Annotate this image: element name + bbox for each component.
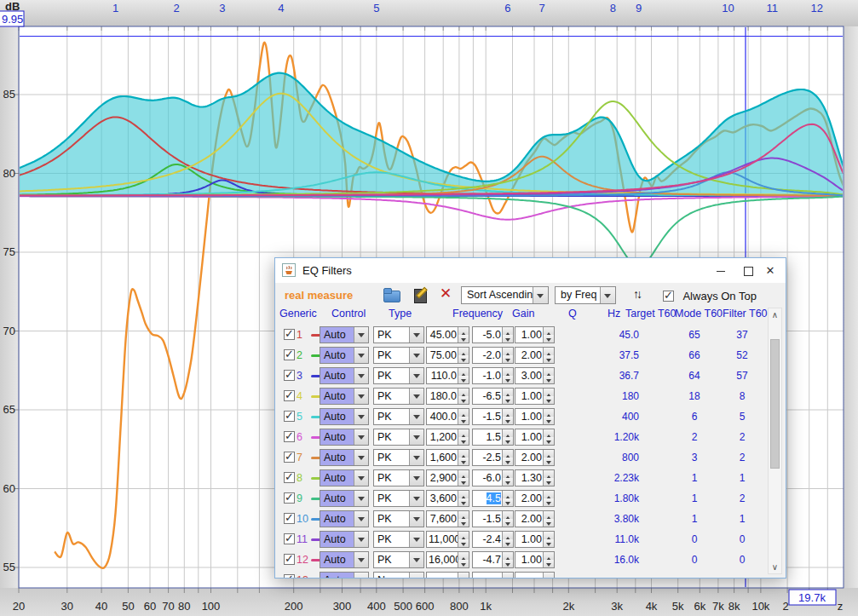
q-spinner[interactable] <box>515 572 555 579</box>
filter-enabled-checkbox[interactable] <box>284 329 295 340</box>
q-spinner[interactable]: 1.00 <box>515 531 555 548</box>
chevron-down-icon[interactable] <box>354 491 368 506</box>
spin-down-icon[interactable] <box>503 539 513 547</box>
spin-down-icon[interactable] <box>503 335 513 343</box>
spin-down-icon[interactable] <box>503 498 513 506</box>
filter-marker-12[interactable]: 12 <box>810 2 822 14</box>
control-mode-combo[interactable]: Auto <box>320 449 369 466</box>
spin-down-icon[interactable] <box>544 458 554 465</box>
chevron-down-icon[interactable] <box>354 532 368 547</box>
q-spinner[interactable]: 1.00 <box>515 326 555 343</box>
filter-type-combo[interactable]: PK <box>373 429 424 446</box>
filter-type-combo[interactable]: PK <box>373 449 424 466</box>
filter-marker-7[interactable]: 7 <box>538 2 544 14</box>
spin-down-icon[interactable] <box>503 519 513 527</box>
chevron-down-icon[interactable] <box>409 450 423 465</box>
filter-type-combo[interactable]: PK <box>373 326 424 343</box>
spin-up-icon[interactable] <box>458 573 469 579</box>
chevron-down-icon[interactable] <box>409 511 423 527</box>
chevron-down-icon[interactable] <box>409 552 423 567</box>
frequency-spinner[interactable]: 400.0 <box>426 408 469 425</box>
q-spinner[interactable]: 2.00 <box>515 510 555 527</box>
filter-marker-5[interactable]: 5 <box>373 2 379 14</box>
spin-down-icon[interactable] <box>458 539 469 547</box>
spin-down-icon[interactable] <box>503 437 513 445</box>
gain-spinner[interactable] <box>472 572 514 579</box>
spin-down-icon[interactable] <box>458 519 469 527</box>
edit-filters-icon[interactable] <box>412 287 429 302</box>
gain-spinner[interactable]: 1.5 <box>472 429 514 446</box>
spin-down-icon[interactable] <box>544 417 554 424</box>
filter-type-combo[interactable]: PK <box>373 490 424 507</box>
spin-down-icon[interactable] <box>458 335 469 343</box>
gain-spinner[interactable]: -2.5 <box>472 449 514 466</box>
control-mode-combo[interactable]: Auto <box>320 326 369 343</box>
filter-type-combo[interactable]: PK <box>373 388 424 405</box>
spin-down-icon[interactable] <box>458 355 469 363</box>
spin-down-icon[interactable] <box>544 396 554 404</box>
chevron-down-icon[interactable] <box>600 287 615 303</box>
close-button[interactable]: ✕ <box>757 258 783 283</box>
gain-spinner[interactable]: -5.0 <box>472 326 514 343</box>
spin-down-icon[interactable] <box>458 478 469 486</box>
scrollbar-thumb[interactable] <box>770 339 780 469</box>
spin-down-icon[interactable] <box>458 396 469 404</box>
chevron-down-icon[interactable] <box>409 573 423 579</box>
chevron-down-icon[interactable] <box>354 511 368 527</box>
dialog-titlebar[interactable]: EQ Filters ✕ <box>275 258 786 283</box>
frequency-spinner[interactable]: 180.0 <box>426 388 469 405</box>
gain-spinner[interactable]: -2.4 <box>472 531 514 548</box>
filter-enabled-checkbox[interactable] <box>284 492 295 504</box>
q-spinner[interactable]: 2.00 <box>515 347 555 364</box>
filter-marker-1[interactable]: 1 <box>112 2 118 14</box>
chevron-down-icon[interactable] <box>354 409 368 424</box>
filter-enabled-checkbox[interactable] <box>284 554 295 565</box>
filter-enabled-checkbox[interactable] <box>284 349 295 360</box>
control-mode-combo[interactable]: Auto <box>320 490 369 507</box>
filter-enabled-checkbox[interactable] <box>284 411 295 422</box>
frequency-spinner[interactable]: 3,600 <box>426 490 469 507</box>
control-mode-combo[interactable]: Auto <box>320 367 369 384</box>
spin-up-icon[interactable] <box>503 573 513 579</box>
filter-type-combo[interactable]: None <box>373 572 424 579</box>
frequency-spinner[interactable]: 1,200 <box>426 429 469 446</box>
always-on-top-toggle[interactable]: Always On Top <box>663 288 757 303</box>
gain-spinner[interactable]: -1.5 <box>472 510 514 527</box>
control-mode-combo[interactable]: Auto <box>320 572 369 579</box>
eq-filters-window[interactable]: EQ Filters ✕ real measure ✕ Sort Ascendi… <box>274 257 786 579</box>
filter-marker-9[interactable]: 9 <box>636 2 642 14</box>
minimize-button[interactable] <box>708 258 734 283</box>
filter-marker-3[interactable]: 3 <box>219 2 225 14</box>
filter-enabled-checkbox[interactable] <box>284 472 295 483</box>
spin-up-icon[interactable] <box>544 573 554 579</box>
always-on-top-checkbox[interactable] <box>663 291 674 302</box>
spin-down-icon[interactable] <box>544 437 554 445</box>
frequency-spinner[interactable]: 1,600 <box>426 449 469 466</box>
filter-marker-4[interactable]: 4 <box>278 2 284 14</box>
q-spinner[interactable]: 2.00 <box>515 449 555 466</box>
filter-type-combo[interactable]: PK <box>373 469 424 486</box>
spin-down-icon[interactable] <box>503 560 513 567</box>
control-mode-combo[interactable]: Auto <box>320 408 369 425</box>
q-spinner[interactable]: 3.00 <box>515 367 555 384</box>
filter-enabled-checkbox[interactable] <box>284 533 295 544</box>
spin-down-icon[interactable] <box>458 376 469 383</box>
chevron-down-icon[interactable] <box>354 470 368 486</box>
filter-enabled-checkbox[interactable] <box>284 431 295 442</box>
spin-down-icon[interactable] <box>458 437 469 445</box>
control-mode-combo[interactable]: Auto <box>320 429 369 446</box>
spin-down-icon[interactable] <box>544 376 554 383</box>
spin-down-icon[interactable] <box>458 458 469 465</box>
filter-type-combo[interactable]: PK <box>373 408 424 425</box>
spin-down-icon[interactable] <box>503 458 513 465</box>
sort-key-combo[interactable]: by Freq <box>555 286 616 304</box>
spin-down-icon[interactable] <box>544 478 554 486</box>
frequency-spinner[interactable] <box>426 572 469 579</box>
filter-type-combo[interactable]: PK <box>373 531 424 548</box>
sort-mode-combo[interactable]: Sort Ascending <box>461 286 549 304</box>
q-spinner[interactable]: 1.00 <box>515 408 555 425</box>
filter-marker-10[interactable]: 10 <box>722 2 734 14</box>
spin-down-icon[interactable] <box>458 417 469 424</box>
chevron-down-icon[interactable] <box>409 532 423 547</box>
frequency-spinner[interactable]: 16,000 <box>426 551 469 568</box>
